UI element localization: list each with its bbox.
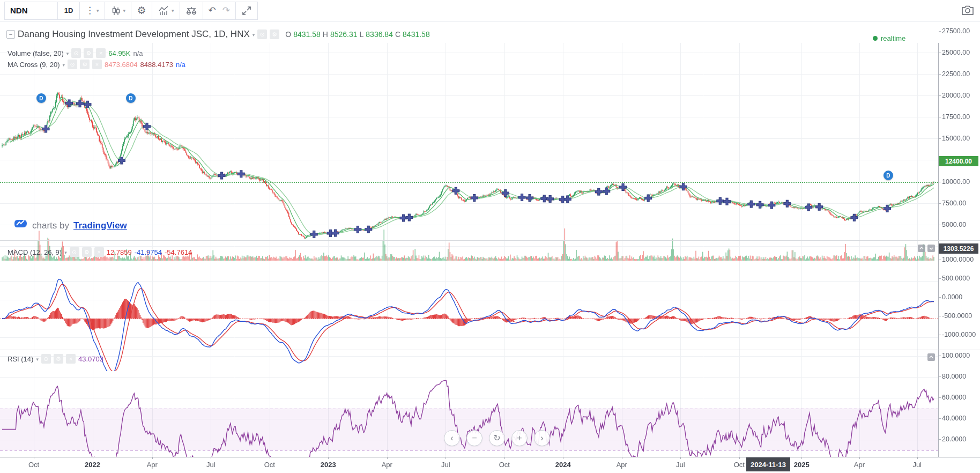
chart-style-button[interactable]: ▾ — [105, 2, 132, 20]
scroll-left-button[interactable]: ‹ — [444, 430, 460, 446]
redo-button[interactable]: ↷ — [222, 6, 230, 15]
symbol-search-button[interactable]: NDN — [4, 2, 58, 20]
chart-canvas[interactable] — [0, 43, 938, 473]
interval-menu-button[interactable]: ⋮ ▾ — [79, 2, 105, 20]
close-icon[interactable]: × — [92, 60, 102, 69]
gear-icon: ⚙ — [137, 5, 146, 16]
tradingview-chart-app: NDN 1D ⋮ ▾ ▾ ⚙ — [0, 0, 980, 473]
undo-button[interactable]: ↶ — [209, 6, 216, 15]
camera-icon — [961, 5, 974, 17]
tradingview-link[interactable]: TradingView — [73, 220, 127, 231]
rsi-label[interactable]: RSI (14) — [8, 355, 33, 363]
chevron-down-icon: ▾ — [96, 8, 99, 13]
indicators-button[interactable]: ▾ — [152, 2, 180, 20]
chart-title[interactable]: Danang Housing Investment Development JS… — [18, 29, 250, 40]
pane-separator-macd[interactable] — [0, 240, 980, 241]
macd-pane-collapse-button[interactable] — [918, 245, 925, 252]
interval-label: 1D — [64, 6, 73, 14]
fullscreen-button[interactable] — [235, 2, 258, 20]
symbol-label: NDN — [10, 6, 28, 15]
interval-button[interactable]: 1D — [57, 2, 80, 20]
gear-icon[interactable]: ⚙ — [80, 60, 90, 69]
volume-label[interactable]: Volume (false, 20) — [8, 49, 64, 57]
top-toolbar: NDN 1D ⋮ ▾ ▾ ⚙ — [0, 0, 980, 21]
chart-area — [0, 21, 980, 457]
eye-icon[interactable]: ⊙ — [71, 48, 81, 58]
candlestick-icon — [110, 5, 121, 16]
eye-icon[interactable]: ⊙ — [68, 60, 77, 69]
close-icon[interactable]: × — [96, 48, 106, 58]
zoom-in-button[interactable]: + — [511, 430, 528, 446]
eye-icon[interactable]: ⊙ — [257, 29, 267, 39]
close-icon[interactable]: × — [66, 354, 76, 364]
time-axis[interactable] — [0, 457, 980, 473]
eye-icon[interactable]: ⊙ — [70, 247, 79, 257]
macd-label[interactable]: MACD (12, 26, 9) — [8, 248, 62, 256]
zoom-out-button[interactable]: − — [466, 430, 482, 446]
chevron-down-icon: ▾ — [172, 8, 174, 13]
dots-menu-icon: ⋮ — [85, 6, 94, 15]
pane-separator-rsi[interactable] — [0, 350, 980, 350]
indicators-icon — [158, 5, 169, 16]
screenshot-button[interactable] — [960, 4, 976, 18]
collapse-legend-button[interactable]: − — [6, 30, 15, 39]
reset-chart-button[interactable]: ↻ — [489, 430, 505, 446]
gear-icon[interactable]: ⚙ — [54, 354, 63, 364]
price-axis[interactable] — [938, 43, 980, 473]
rsi-pane-maximize-button[interactable] — [927, 353, 935, 361]
fullscreen-icon — [241, 5, 252, 16]
scales-icon — [185, 5, 197, 16]
dividend-event-badge[interactable]: D — [126, 93, 136, 103]
scroll-right-button[interactable]: › — [534, 430, 550, 446]
undo-redo-group: ↶ ↷ — [203, 2, 236, 20]
ma-cross-label[interactable]: MA Cross (9, 20) — [8, 61, 60, 69]
compare-button[interactable] — [180, 2, 203, 20]
close-icon[interactable]: × — [94, 247, 104, 257]
gear-icon[interactable]: ⚙ — [84, 48, 93, 58]
gear-icon[interactable]: ⚙ — [270, 29, 279, 39]
macd-pane-maximize-button[interactable] — [927, 245, 935, 252]
chart-properties-button[interactable]: ⚙ — [131, 2, 152, 20]
eye-icon[interactable]: ⊙ — [41, 354, 51, 364]
chevron-down-icon: ▾ — [123, 8, 126, 13]
gear-icon[interactable]: ⚙ — [82, 247, 92, 257]
dividend-event-badge[interactable]: D — [36, 93, 46, 103]
